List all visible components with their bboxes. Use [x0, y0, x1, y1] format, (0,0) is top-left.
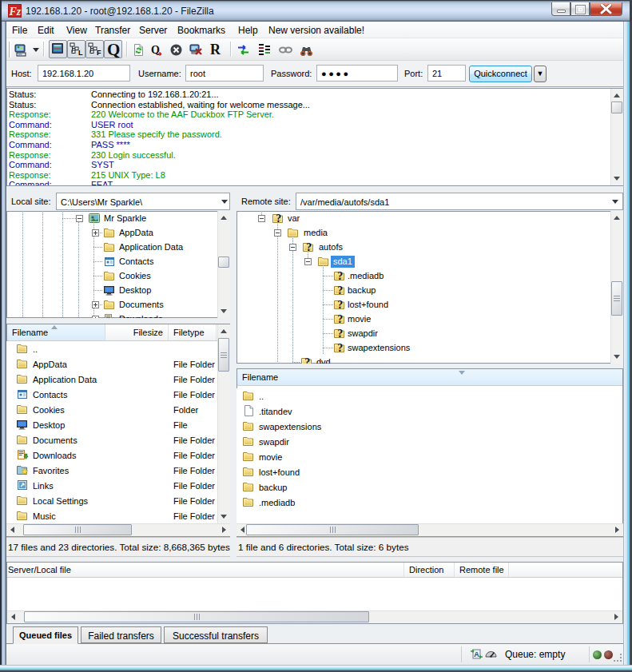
svg-text:L: L — [78, 49, 83, 57]
svg-text:F: F — [97, 49, 101, 57]
svg-text:A: A — [474, 650, 479, 658]
